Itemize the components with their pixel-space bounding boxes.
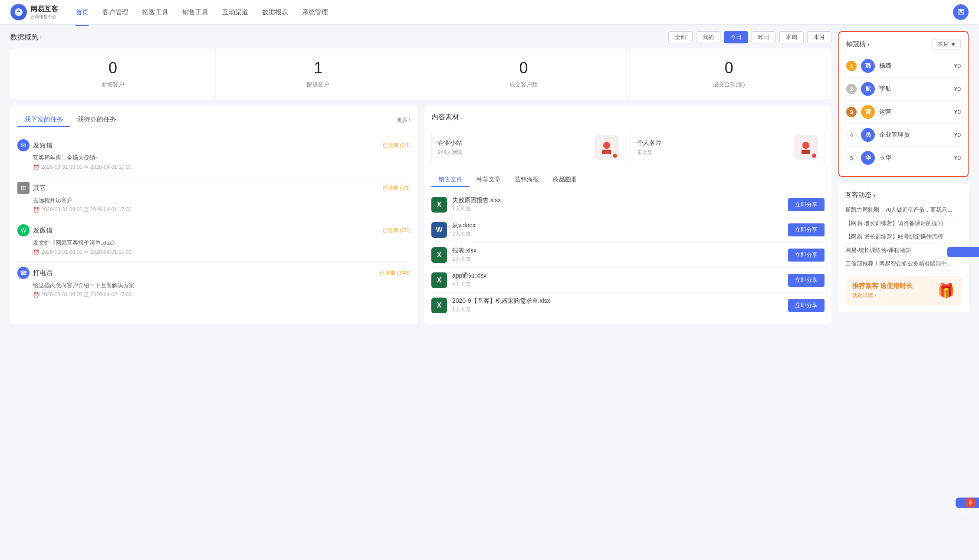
- user-avatar[interactable]: 西: [953, 4, 969, 20]
- site-company-badge: [612, 153, 618, 159]
- site-card-company[interactable]: 企业小站 244人浏览: [431, 129, 625, 166]
- rank-item-3: 3 营 运营 ¥0: [846, 101, 961, 124]
- overview-title[interactable]: 数据概览 ›: [10, 33, 42, 42]
- rank-avatar-4: 员: [861, 128, 875, 142]
- file-info-2: 报表.xlsx 2人浏览: [452, 247, 783, 263]
- news-title[interactable]: 互客动态 ›: [845, 191, 962, 199]
- filter-all-btn[interactable]: 全部: [668, 31, 693, 43]
- file-tab-catalog[interactable]: 商品图册: [546, 173, 584, 187]
- task-other-icon: ⊞: [17, 182, 30, 194]
- file-info-1: 从v.docx 2人浏览: [452, 222, 783, 238]
- content-title[interactable]: 内容素材 ›: [431, 113, 463, 122]
- logo-subtitle: 云商销售中心: [30, 14, 58, 20]
- content-chevron: ›: [461, 115, 463, 121]
- rank-num-3: 3: [846, 107, 857, 117]
- filter-today-btn[interactable]: 今日: [724, 31, 748, 43]
- task-sms-desc: 互客周年庆，全场大促销~: [17, 154, 411, 162]
- promo-title: 推荐新客 送使用时长: [852, 282, 913, 290]
- site-personal-badge: [811, 153, 817, 159]
- rank-period-selector[interactable]: 本月 ▼: [933, 39, 961, 49]
- nav-item-channels[interactable]: 互动渠道: [222, 7, 248, 18]
- filter-month-btn[interactable]: 本月: [807, 31, 831, 43]
- rank-avatar-1: 璐: [861, 59, 875, 73]
- file-views-1: 2人浏览: [452, 230, 783, 238]
- task-sms-icon: ✉: [17, 139, 30, 151]
- rank-name-3: 运营: [879, 108, 949, 116]
- task-item-phone: ☎ 打电话 已逾期 (3/45) 给这些高意向客户介绍一下互客解决方案 ⏰ 20…: [17, 262, 411, 304]
- file-name-0: 失败原因报告.xlsx: [452, 196, 783, 204]
- filter-yesterday-btn[interactable]: 昨日: [752, 31, 776, 43]
- nav-item-system[interactable]: 系统管理: [302, 7, 328, 18]
- share-btn-1[interactable]: 立即分享: [788, 223, 825, 236]
- logo-text: 网易互客 云商销售中心: [30, 5, 58, 20]
- file-tab-marketing[interactable]: 营销海报: [508, 173, 546, 187]
- nav-item-reports[interactable]: 数据报表: [262, 7, 288, 18]
- svg-rect-4: [607, 151, 609, 154]
- svg-rect-3: [604, 151, 606, 154]
- task-phone-type: ☎ 打电话: [17, 267, 53, 279]
- rank-title[interactable]: 销冠榜 ›: [846, 40, 870, 49]
- tasks-more-link[interactable]: 更多 ›: [397, 116, 411, 124]
- rank-num-1: 1: [846, 61, 857, 71]
- file-tab-sales[interactable]: 销售文件: [431, 173, 470, 187]
- content-panel: 内容素材 › 企业小站 244人浏览: [424, 106, 831, 324]
- task-other-type: ⊞ 其它: [17, 182, 46, 194]
- filter-mine-btn[interactable]: 我的: [696, 31, 720, 43]
- stat-follow-label: 跟进客户: [224, 81, 412, 88]
- stat-deal-number: 0: [430, 59, 618, 77]
- file-excel-icon-0: X: [431, 197, 447, 213]
- bottom-row: 我下发的任务 我待办的任务 更多 › ✉ 发短信 已: [10, 106, 831, 324]
- site-company-thumb: [595, 135, 619, 160]
- task-sms-status: 已逾期 (0/1): [383, 142, 411, 149]
- news-item-1[interactable]: 【网易·增长训练营】请准备课后的提问: [845, 217, 962, 230]
- sales-rank-section: 销冠榜 › 本月 ▼ 1 璐 杨璐 ¥0 2 航 宇航 ¥0: [838, 31, 969, 177]
- rank-item-2: 2 航 宇航 ¥0: [846, 78, 961, 101]
- tab-pending-tasks[interactable]: 我待办的任务: [70, 113, 123, 127]
- task-phone-status: 已逾期 (3/45): [380, 269, 411, 277]
- file-info-4: 2020-9【互客】机器采购需求单.xlsx 1人浏览: [452, 297, 783, 313]
- task-phone-header: ☎ 打电话 已逾期 (3/45): [17, 267, 411, 279]
- nav-item-customers[interactable]: 客户管理: [102, 7, 128, 18]
- left-panel: 数据概览 › 全部 我的 今日 昨日 本周 本月 0 新增客户 1 跟进客户: [10, 31, 831, 324]
- tab-my-tasks[interactable]: 我下发的任务: [17, 113, 70, 127]
- site-personal-views: 未上架: [637, 149, 661, 156]
- promo-text: 推荐新客 送使用时长 活动详情 ›: [852, 282, 913, 299]
- nav-item-sales-tools[interactable]: 销售工具: [182, 7, 208, 18]
- stat-deal-customers: 0 成交客户数: [421, 49, 627, 99]
- stat-follow-customers: 1 跟进客户: [216, 49, 421, 99]
- file-item-3: X app通知.xlsx 4人浏览 立即分享: [431, 268, 825, 293]
- svg-rect-2: [602, 150, 611, 154]
- promo-sub[interactable]: 活动详情 ›: [852, 292, 913, 299]
- site-card-personal[interactable]: 个人名片 未上架: [631, 129, 825, 166]
- share-btn-0[interactable]: 立即分享: [788, 198, 825, 211]
- file-info-3: app通知.xlsx 4人浏览: [452, 272, 783, 288]
- phone-float-btn[interactable]: 打电话: [947, 247, 979, 257]
- news-item-4[interactable]: 工信部推荐！网易智企多业务精准赋能中...: [845, 257, 962, 271]
- nav-item-home[interactable]: 首页: [76, 7, 89, 18]
- nav-item-expand[interactable]: 拓客工具: [142, 7, 168, 18]
- content-header: 内容素材 ›: [431, 113, 825, 122]
- share-btn-2[interactable]: 立即分享: [788, 249, 825, 262]
- file-excel-icon-3: X: [431, 272, 447, 288]
- promo-icon: 🎁: [937, 282, 955, 299]
- share-btn-3[interactable]: 立即分享: [788, 274, 825, 287]
- svg-point-1: [603, 142, 610, 149]
- task-other-time: ⏰ 2020-03-31 09:00 至 2020-04-01 17:00: [17, 206, 411, 213]
- file-tab-articles[interactable]: 种草文章: [470, 173, 508, 187]
- news-item-3[interactable]: 网易·增长训练营-课程须知: [845, 244, 962, 257]
- task-wechat-type: W 发微信: [17, 224, 53, 236]
- file-name-3: app通知.xlsx: [452, 272, 783, 280]
- filter-week-btn[interactable]: 本周: [779, 31, 804, 43]
- news-item-0[interactable]: 斯凯力周礼刚：70人做近亿产值，而我只...: [845, 203, 962, 217]
- tasks-header: 我下发的任务 我待办的任务 更多 ›: [17, 113, 411, 127]
- file-views-0: 1人浏览: [452, 205, 783, 213]
- news-item-2[interactable]: 【网易·增长训练营】账号绑定操作流程: [845, 230, 962, 244]
- rank-avatar-5: 华: [861, 151, 875, 165]
- file-item-4: X 2020-9【互客】机器采购需求单.xlsx 1人浏览 立即分享: [431, 293, 825, 318]
- site-info-company: 企业小站 244人浏览: [438, 139, 462, 156]
- task-other-header: ⊞ 其它 已逾期 (0/1): [17, 182, 411, 194]
- stat-new-label: 新增客户: [19, 81, 207, 88]
- stat-new-number: 0: [19, 59, 207, 77]
- overview-chevron: ›: [40, 34, 42, 40]
- share-btn-4[interactable]: 立即分享: [788, 299, 825, 312]
